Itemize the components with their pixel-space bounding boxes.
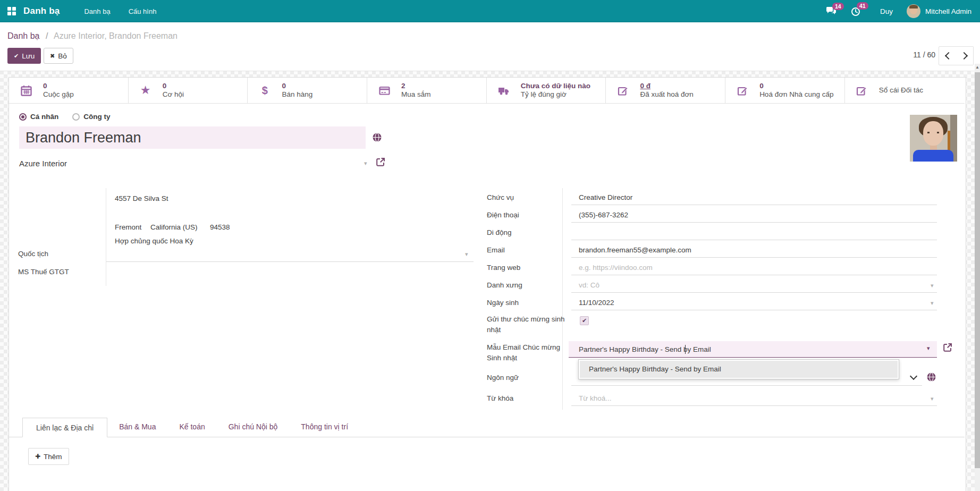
shortcut-duy[interactable]: Duy	[880, 7, 893, 15]
contact-photo[interactable]	[910, 115, 957, 162]
state-field[interactable]: California (US)	[150, 223, 198, 231]
vertical-scrollbar[interactable]: ▲	[975, 64, 980, 491]
discard-button[interactable]: ✖ Bỏ	[44, 48, 73, 64]
birthday-wish-checkbox[interactable]: ✔	[580, 316, 589, 325]
birthday-template-field[interactable]: Partner's Happy Birthday - Send by Email	[569, 341, 937, 358]
tab-sales-purchase[interactable]: Bán & Mua	[107, 417, 167, 437]
invoice-pencil-icon	[845, 85, 879, 96]
tags-field[interactable]: Từ khoá...	[571, 391, 937, 406]
dropdown-caret-icon[interactable]: ▾	[465, 251, 468, 258]
stat-button-on-time-rate[interactable]: Chưa có dữ liệu nàoTỷ lệ đúng giờ	[487, 78, 606, 103]
stat-button-partner-ledger[interactable]: Sổ cái Đối tác	[845, 78, 965, 103]
translate-globe-icon[interactable]	[373, 133, 382, 142]
city-field[interactable]: Fremont	[115, 223, 141, 231]
pager-previous-button[interactable]	[939, 46, 957, 65]
pager-value[interactable]: 11 / 60	[913, 50, 935, 59]
stat-label: Tỷ lệ đúng giờ	[521, 90, 590, 99]
stat-button-row: 0Cuộc gặp ★ 0Cơ hội $ 0Bán hàng 2Mua sắm…	[9, 78, 965, 104]
external-link-icon[interactable]	[943, 343, 952, 352]
website-label: Trang web	[487, 260, 520, 275]
dollar-icon: $	[248, 85, 282, 96]
country-field[interactable]: Hợp chủng quốc Hoa Kỳ	[115, 237, 193, 245]
radio-individual[interactable]	[19, 113, 27, 121]
dropdown-caret-icon[interactable]: ▾	[931, 300, 934, 307]
dropdown-option[interactable]: Partner's Happy Birthday - Send by Email	[580, 361, 898, 378]
street-field[interactable]: 4557 De Silva St	[115, 194, 168, 202]
calendar-icon	[9, 85, 43, 96]
stat-value: Chưa có dữ liệu nào	[521, 82, 590, 90]
stat-button-vendor-bills[interactable]: 0Hoá đơn Nhà cung cấp	[725, 78, 845, 103]
radio-company-label: Công ty	[83, 113, 110, 121]
stat-button-sales[interactable]: $ 0Bán hàng	[248, 78, 367, 103]
stat-value: 0	[43, 82, 74, 90]
company-field[interactable]: Azure Interior	[19, 157, 359, 170]
mobile-field[interactable]	[571, 225, 937, 240]
birthdate-field[interactable]: 11/10/2022	[571, 295, 937, 310]
chevron-left-icon	[944, 52, 952, 60]
stat-label: Bán hàng	[282, 90, 312, 99]
stat-button-meetings[interactable]: 0Cuộc gặp	[9, 78, 129, 103]
menu-configuration[interactable]: Cấu hình	[129, 7, 157, 15]
zip-field[interactable]: 94538	[210, 223, 230, 231]
pager-next-button[interactable]	[956, 46, 974, 65]
tab-contacts-addresses[interactable]: Liên lạc & Địa chỉ	[22, 418, 107, 437]
translate-globe-icon[interactable]	[927, 373, 936, 382]
breadcrumb-parent[interactable]: Danh bạ	[7, 31, 40, 40]
template-dropdown: Partner's Happy Birthday - Send by Email	[578, 359, 899, 379]
menu-contacts[interactable]: Danh bạ	[84, 7, 110, 15]
plus-icon: ✚	[35, 453, 40, 460]
dropdown-caret-icon[interactable]: ▾	[927, 345, 930, 352]
title-field[interactable]: vd: Cô	[571, 278, 937, 293]
dropdown-caret-icon[interactable]: ▾	[364, 160, 367, 167]
add-button[interactable]: ✚ Thêm	[28, 448, 69, 465]
apps-menu-icon[interactable]	[7, 7, 16, 15]
star-icon: ★	[129, 85, 163, 96]
stat-label: Sổ cái Đối tác	[879, 86, 923, 95]
job-field[interactable]: Creative Director	[571, 190, 937, 205]
save-button[interactable]: ✔ Lưu	[7, 48, 41, 64]
form-sheet: 0Cuộc gặp ★ 0Cơ hội $ 0Bán hàng 2Mua sắm…	[9, 77, 966, 491]
discard-button-label: Bỏ	[58, 52, 67, 60]
tab-internal-notes[interactable]: Ghi chú Nội bộ	[217, 417, 290, 437]
activities-button[interactable]: 41	[850, 6, 861, 16]
user-avatar[interactable]	[907, 4, 920, 18]
title-label: Danh xưng	[487, 278, 522, 293]
company-type-radios: Cá nhân Công ty	[19, 113, 111, 121]
messages-button[interactable]: 14	[826, 6, 837, 16]
messages-badge: 14	[832, 3, 844, 10]
invoice-pencil-icon	[725, 85, 759, 96]
mobile-label: Di động	[487, 225, 512, 240]
truck-icon	[487, 85, 521, 96]
vat-field[interactable]	[106, 265, 474, 280]
credit-card-icon	[367, 85, 401, 96]
stat-value: 0 đ	[640, 82, 693, 90]
nationality-field[interactable]	[106, 247, 474, 262]
phone-field[interactable]: (355)-687-3262	[571, 208, 937, 223]
dropdown-caret-icon[interactable]: ▾	[931, 395, 934, 402]
scroll-up-icon[interactable]: ▲	[975, 64, 980, 71]
stat-value: 0	[759, 82, 833, 90]
chevron-right-icon	[960, 52, 967, 60]
tab-location-info[interactable]: Thông tin vị trí	[289, 417, 360, 437]
radio-company[interactable]	[72, 113, 80, 121]
app-brand[interactable]: Danh bạ	[23, 6, 60, 16]
nationality-label: Quốc tịch	[18, 247, 48, 261]
user-menu[interactable]: Mitchell Admin	[925, 7, 971, 15]
stat-button-opportunities[interactable]: ★ 0Cơ hội	[129, 78, 248, 103]
check-icon: ✔	[14, 53, 19, 60]
website-field[interactable]: e.g. https://viindoo.com	[571, 260, 937, 275]
scrollbar-thumb[interactable]	[975, 72, 980, 468]
external-link-icon[interactable]	[376, 157, 385, 167]
stat-value: 2	[401, 82, 431, 90]
invoice-pencil-icon	[606, 85, 640, 96]
stat-button-purchases[interactable]: 2Mua sắm	[367, 78, 487, 103]
stat-value: 0	[282, 82, 312, 90]
name-input[interactable]: Brandon Freeman	[19, 126, 366, 149]
stat-label: Đã xuất hoá đơn	[640, 90, 693, 99]
dropdown-caret-icon[interactable]: ▾	[931, 282, 934, 289]
x-icon: ✖	[50, 53, 55, 60]
email-field[interactable]: brandon.freeman55@example.com	[571, 243, 937, 258]
breadcrumb-separator: /	[46, 31, 48, 40]
stat-button-invoiced[interactable]: 0 đĐã xuất hoá đơn	[606, 78, 725, 103]
tab-accounting[interactable]: Kế toán	[167, 417, 216, 437]
